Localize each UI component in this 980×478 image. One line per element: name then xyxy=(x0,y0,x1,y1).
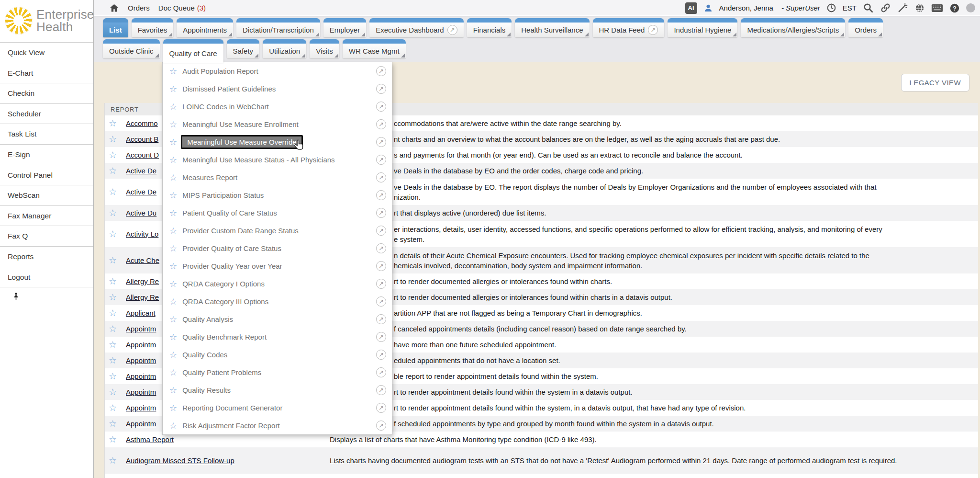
favorite-star-icon[interactable]: ☆ xyxy=(169,386,177,395)
favorite-star-icon[interactable]: ☆ xyxy=(169,191,177,200)
favorite-star-icon[interactable]: ☆ xyxy=(169,351,177,359)
open-report-icon[interactable]: ↗ xyxy=(376,296,386,307)
open-report-icon[interactable]: ↗ xyxy=(376,208,386,218)
search-icon[interactable] xyxy=(863,2,874,13)
favorite-star-icon[interactable]: ☆ xyxy=(169,404,177,412)
sidebar-item-task-list[interactable]: Task List xyxy=(0,124,93,144)
favorite-star-icon[interactable]: ☆ xyxy=(109,419,117,429)
tab-safety[interactable]: Safety xyxy=(227,39,260,58)
sidebar-item-fax-q[interactable]: Fax Q xyxy=(0,226,93,246)
tab-medications-allergies-scripts[interactable]: Medications/Allergies/Scripts xyxy=(741,18,845,37)
favorite-star-icon[interactable]: ☆ xyxy=(169,85,177,93)
tab-financials[interactable]: Financials xyxy=(467,18,512,37)
dropdown-item-dismissed-patient-guidelines[interactable]: ☆Dismissed Patient Guidelines↗ xyxy=(163,80,392,98)
favorite-star-icon[interactable]: ☆ xyxy=(109,403,117,413)
favorite-star-icon[interactable]: ☆ xyxy=(169,315,177,324)
report-link[interactable]: Allergy Re xyxy=(126,293,159,301)
tab-dictation-transcription[interactable]: Dictation/Transcription xyxy=(236,18,320,37)
favorite-star-icon[interactable]: ☆ xyxy=(169,156,177,164)
favorite-star-icon[interactable]: ☆ xyxy=(109,292,117,302)
report-link[interactable]: Allergy Re xyxy=(126,277,159,285)
user-name[interactable]: Anderson, Jenna xyxy=(719,4,773,12)
dropdown-item-quality-patient-problems[interactable]: ☆Quality Patient Problems↗ xyxy=(163,364,392,381)
open-report-icon[interactable]: ↗ xyxy=(376,332,386,342)
dropdown-item-loinc-codes-in-webchart[interactable]: ☆LOINC Codes in WebChart↗ xyxy=(163,98,392,115)
report-link[interactable]: Activity Lo xyxy=(126,230,158,238)
report-link[interactable]: Appointm xyxy=(126,325,156,333)
open-report-icon[interactable]: ↗ xyxy=(376,367,386,377)
favorite-star-icon[interactable]: ☆ xyxy=(109,255,117,265)
dropdown-item-mips-participation-status[interactable]: ☆MIPS Participation Status↗ xyxy=(163,186,392,204)
favorite-star-icon[interactable]: ☆ xyxy=(109,150,117,160)
open-report-icon[interactable]: ↗ xyxy=(376,350,386,360)
report-link[interactable]: Appointm xyxy=(126,388,156,396)
sidebar-item-control-panel[interactable]: Control Panel xyxy=(0,165,93,185)
favorite-star-icon[interactable]: ☆ xyxy=(109,355,117,365)
tab-wr-case-mgmt[interactable]: WR Case Mgmt xyxy=(343,39,406,58)
dropdown-item-provider-quality-year-over-year[interactable]: ☆Provider Quality Year over Year↗ xyxy=(163,257,392,275)
favorite-star-icon[interactable]: ☆ xyxy=(109,166,117,176)
tab-list[interactable]: List xyxy=(103,18,128,37)
home-icon[interactable] xyxy=(109,3,119,13)
help-icon[interactable]: ? xyxy=(949,3,960,13)
tab-utilization[interactable]: Utilization xyxy=(263,39,306,58)
sidebar-item-fax-manager[interactable]: Fax Manager xyxy=(0,205,93,226)
report-link[interactable]: Appointm xyxy=(126,404,156,412)
dropdown-item-patient-quality-of-care-status[interactable]: ☆Patient Quality of Care Status↗ xyxy=(163,204,392,222)
favorite-star-icon[interactable]: ☆ xyxy=(109,276,117,286)
sidebar-item-e-chart[interactable]: E-Chart xyxy=(0,63,93,83)
report-link[interactable]: Accommo xyxy=(126,119,158,127)
report-link[interactable]: Account B xyxy=(126,135,158,143)
link-icon[interactable] xyxy=(880,2,891,13)
tab-appointments[interactable]: Appointments xyxy=(177,18,233,37)
favorite-star-icon[interactable]: ☆ xyxy=(169,280,177,288)
report-link[interactable]: Active De xyxy=(126,167,156,175)
open-report-icon[interactable]: ↗ xyxy=(376,172,386,182)
dropdown-item-quality-analysis[interactable]: ☆Quality Analysis↗ xyxy=(163,310,392,328)
open-report-icon[interactable]: ↗ xyxy=(376,226,386,236)
dropdown-item-qrda-category-i-options[interactable]: ☆QRDA Category I Options↗ xyxy=(163,275,392,293)
open-report-icon[interactable]: ↗ xyxy=(376,84,386,94)
favorite-star-icon[interactable]: ☆ xyxy=(109,324,117,334)
favorite-star-icon[interactable]: ☆ xyxy=(109,229,117,239)
open-report-icon[interactable]: ↗ xyxy=(376,385,386,395)
dropdown-item-meaningful-use-measure-override[interactable]: ☆Meaningful Use Measure Override↗ xyxy=(163,133,392,151)
dropdown-item-provider-custom-date-range-status[interactable]: ☆Provider Custom Date Range Status↗ xyxy=(163,222,392,239)
report-link[interactable]: Account D xyxy=(126,151,159,159)
favorite-star-icon[interactable]: ☆ xyxy=(109,455,117,466)
favorite-star-icon[interactable]: ☆ xyxy=(169,209,177,217)
open-report-icon[interactable]: ↗ xyxy=(376,190,386,200)
favorite-star-icon[interactable]: ☆ xyxy=(169,421,177,430)
favorite-star-icon[interactable]: ☆ xyxy=(169,368,177,377)
report-link[interactable]: Acute Che xyxy=(126,256,159,264)
favorite-star-icon[interactable]: ☆ xyxy=(169,173,177,182)
report-link[interactable]: Applicant xyxy=(126,309,156,317)
tab-orders[interactable]: Orders xyxy=(848,18,883,37)
pin-icon[interactable] xyxy=(11,292,21,301)
favorite-star-icon[interactable]: ☆ xyxy=(169,333,177,341)
dropdown-item-quality-results[interactable]: ☆Quality Results↗ xyxy=(163,381,392,399)
breadcrumb-doc-queue[interactable]: Doc Queue(3) xyxy=(158,4,206,12)
open-report-icon[interactable]: ↗ xyxy=(376,314,386,324)
open-report-icon[interactable]: ↗ xyxy=(376,403,386,413)
open-report-icon[interactable]: ↗ xyxy=(376,155,386,165)
dropdown-item-audit-population-report[interactable]: ☆Audit Population Report↗ xyxy=(163,62,392,80)
report-link[interactable]: Appointm xyxy=(126,420,156,428)
tab-health-surveillance[interactable]: Health Surveillance xyxy=(515,18,589,37)
tab-quality-of-care[interactable]: Quality of Care xyxy=(163,39,223,63)
report-link[interactable]: Active De xyxy=(126,188,156,196)
sidebar-item-reports[interactable]: Reports xyxy=(0,246,93,267)
report-link[interactable]: Appointm xyxy=(126,341,156,349)
favorite-star-icon[interactable]: ☆ xyxy=(109,340,117,350)
keyboard-icon[interactable] xyxy=(931,3,943,13)
favorite-star-icon[interactable]: ☆ xyxy=(169,227,177,235)
sidebar-item-e-sign[interactable]: E-Sign xyxy=(0,144,93,165)
dropdown-item-meaningful-use-measure-enrollment[interactable]: ☆Meaningful Use Measure Enrollment↗ xyxy=(163,115,392,133)
favorite-star-icon[interactable]: ☆ xyxy=(169,244,177,253)
sidebar-item-webscan[interactable]: WebScan xyxy=(0,185,93,205)
favorite-star-icon[interactable]: ☆ xyxy=(169,297,177,306)
favorite-star-icon[interactable]: ☆ xyxy=(109,371,117,381)
favorite-star-icon[interactable]: ☆ xyxy=(109,387,117,397)
tab-hr-data-feed[interactable]: HR Data Feed↗ xyxy=(593,18,665,37)
dropdown-item-quality-benchmark-report[interactable]: ☆Quality Benchmark Report↗ xyxy=(163,328,392,346)
